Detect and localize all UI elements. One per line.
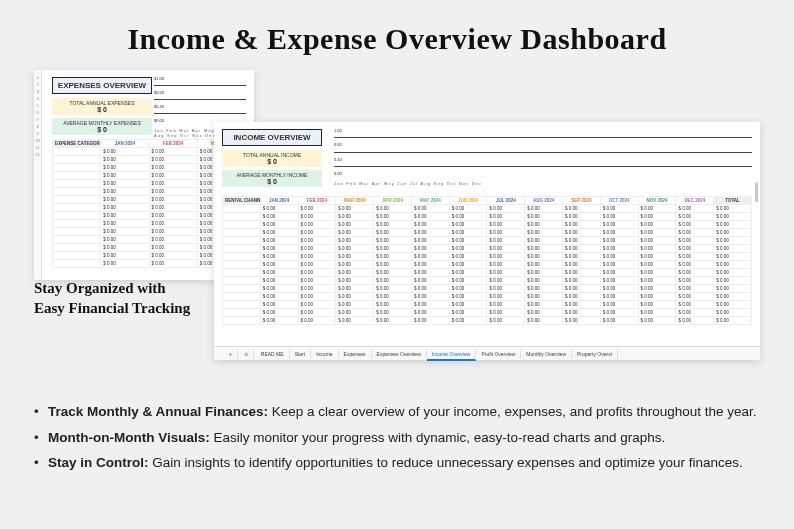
cell[interactable]: $ 0.00 (149, 204, 197, 212)
cell[interactable] (53, 220, 101, 228)
tab-profit-overview[interactable]: Profit Overview (476, 349, 521, 359)
cell[interactable]: $ 0.00 (260, 285, 298, 293)
cell[interactable]: $ 0.00 (487, 245, 525, 253)
cell[interactable] (53, 180, 101, 188)
cell[interactable]: $ 0.00 (676, 285, 714, 293)
cell[interactable]: $ 0.00 (101, 204, 149, 212)
cell[interactable]: $ 0.00 (638, 317, 676, 325)
cell[interactable] (223, 245, 261, 253)
cell[interactable] (53, 252, 101, 260)
cell[interactable]: $ 0.00 (374, 237, 412, 245)
cell[interactable]: $ 0.00 (487, 253, 525, 261)
cell[interactable]: $ 0.00 (525, 269, 563, 277)
tab-start[interactable]: Start (290, 349, 312, 359)
cell[interactable] (223, 213, 261, 221)
cell[interactable]: $ 0.00 (149, 188, 197, 196)
cell[interactable]: $ 0.00 (525, 253, 563, 261)
cell[interactable]: $ 0.00 (411, 221, 449, 229)
cell[interactable]: $ 0.00 (600, 293, 638, 301)
cell[interactable]: $ 0.00 (260, 229, 298, 237)
cell[interactable]: $ 0.00 (638, 213, 676, 221)
cell[interactable]: $ 0.00 (487, 237, 525, 245)
tab-expenses-overview[interactable]: Expenses Overview (372, 349, 427, 359)
cell[interactable]: $ 0.00 (563, 317, 601, 325)
cell[interactable]: $ 0.00 (563, 237, 601, 245)
cell[interactable]: $ 0.00 (714, 237, 752, 245)
cell[interactable]: $ 0.00 (336, 277, 374, 285)
cell[interactable]: $ 0.00 (149, 236, 197, 244)
cell[interactable]: $ 0.00 (374, 213, 412, 221)
tab-income-overview[interactable]: Income Overview (427, 349, 477, 361)
cell[interactable]: $ 0.00 (525, 293, 563, 301)
cell[interactable]: $ 0.00 (676, 309, 714, 317)
cell[interactable]: $ 0.00 (676, 229, 714, 237)
cell[interactable]: $ 0.00 (260, 213, 298, 221)
cell[interactable]: $ 0.00 (298, 285, 336, 293)
cell[interactable]: $ 0.00 (298, 253, 336, 261)
cell[interactable]: $ 0.00 (600, 301, 638, 309)
cell[interactable]: $ 0.00 (525, 277, 563, 285)
cell[interactable]: $ 0.00 (600, 285, 638, 293)
cell[interactable]: $ 0.00 (336, 253, 374, 261)
cell[interactable]: $ 0.00 (449, 269, 487, 277)
cell[interactable]: $ 0.00 (374, 229, 412, 237)
cell[interactable]: $ 0.00 (563, 285, 601, 293)
cell[interactable]: $ 0.00 (149, 212, 197, 220)
cell[interactable]: $ 0.00 (563, 205, 601, 213)
cell[interactable]: $ 0.00 (714, 213, 752, 221)
cell[interactable]: $ 0.00 (336, 245, 374, 253)
cell[interactable]: $ 0.00 (676, 269, 714, 277)
cell[interactable] (223, 237, 261, 245)
cell[interactable]: $ 0.00 (563, 309, 601, 317)
cell[interactable]: $ 0.00 (600, 309, 638, 317)
cell[interactable]: $ 0.00 (487, 205, 525, 213)
cell[interactable] (223, 277, 261, 285)
cell[interactable] (53, 148, 101, 156)
cell[interactable]: $ 0.00 (101, 188, 149, 196)
cell[interactable]: $ 0.00 (638, 237, 676, 245)
cell[interactable] (53, 156, 101, 164)
cell[interactable]: $ 0.00 (563, 301, 601, 309)
cell[interactable]: $ 0.00 (336, 285, 374, 293)
cell[interactable]: $ 0.00 (149, 244, 197, 252)
all-sheets-button[interactable]: ≡ (240, 349, 254, 359)
cell[interactable]: $ 0.00 (487, 309, 525, 317)
cell[interactable]: $ 0.00 (487, 229, 525, 237)
cell[interactable]: $ 0.00 (336, 301, 374, 309)
cell[interactable] (223, 229, 261, 237)
cell[interactable]: $ 0.00 (449, 293, 487, 301)
cell[interactable]: $ 0.00 (374, 285, 412, 293)
cell[interactable]: $ 0.00 (600, 277, 638, 285)
cell[interactable]: $ 0.00 (101, 156, 149, 164)
cell[interactable]: $ 0.00 (638, 245, 676, 253)
cell[interactable]: $ 0.00 (638, 261, 676, 269)
cell[interactable]: $ 0.00 (260, 309, 298, 317)
cell[interactable]: $ 0.00 (101, 244, 149, 252)
cell[interactable]: $ 0.00 (600, 253, 638, 261)
cell[interactable]: $ 0.00 (260, 221, 298, 229)
cell[interactable]: $ 0.00 (101, 228, 149, 236)
cell[interactable]: $ 0.00 (411, 277, 449, 285)
cell[interactable]: $ 0.00 (563, 245, 601, 253)
cell[interactable]: $ 0.00 (374, 317, 412, 325)
cell[interactable]: $ 0.00 (411, 301, 449, 309)
cell[interactable]: $ 0.00 (449, 245, 487, 253)
cell[interactable]: $ 0.00 (411, 269, 449, 277)
cell[interactable]: $ 0.00 (676, 317, 714, 325)
cell[interactable]: $ 0.00 (149, 196, 197, 204)
cell[interactable]: $ 0.00 (676, 277, 714, 285)
cell[interactable]: $ 0.00 (298, 245, 336, 253)
cell[interactable] (223, 253, 261, 261)
cell[interactable]: $ 0.00 (449, 253, 487, 261)
tab-expenses[interactable]: Expenses (339, 349, 372, 359)
cell[interactable]: $ 0.00 (563, 293, 601, 301)
scrollbar-thumb[interactable] (755, 182, 758, 202)
cell[interactable]: $ 0.00 (449, 229, 487, 237)
cell[interactable]: $ 0.00 (411, 317, 449, 325)
cell[interactable]: $ 0.00 (600, 245, 638, 253)
cell[interactable]: $ 0.00 (600, 213, 638, 221)
cell[interactable]: $ 0.00 (374, 301, 412, 309)
cell[interactable]: $ 0.00 (487, 221, 525, 229)
cell[interactable]: $ 0.00 (563, 221, 601, 229)
cell[interactable]: $ 0.00 (260, 293, 298, 301)
